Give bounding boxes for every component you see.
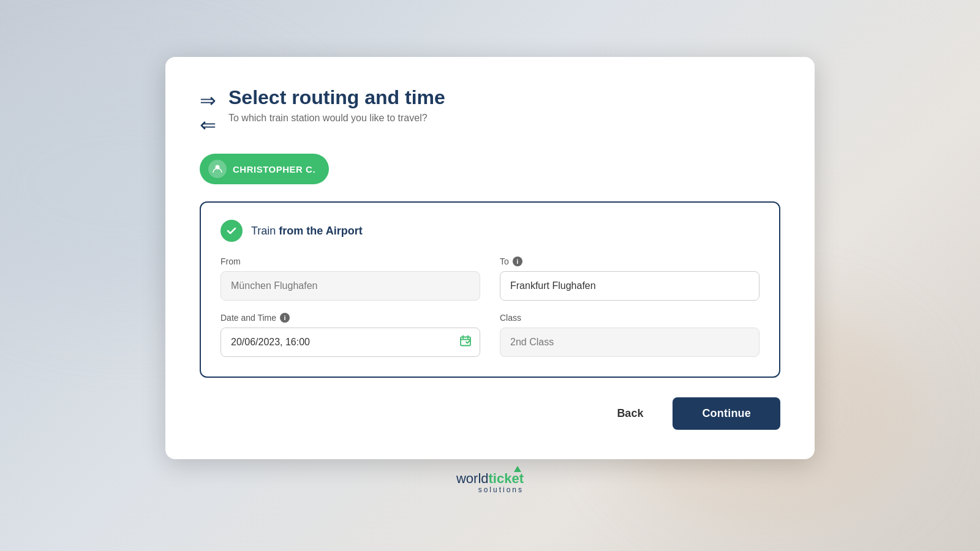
from-label: From (221, 257, 480, 266)
class-label: Class (500, 313, 760, 323)
user-name: CHRISTOPHER C. (233, 164, 315, 174)
header-text-block: Select routing and time To which train s… (228, 86, 445, 124)
calendar-icon[interactable] (459, 335, 472, 350)
datetime-input[interactable] (221, 328, 480, 357)
from-field-group: From (221, 257, 480, 301)
continue-button[interactable]: Continue (673, 397, 780, 430)
card-header: Train from the Airport (221, 220, 760, 242)
user-icon (208, 160, 227, 178)
datetime-info-icon[interactable]: i (280, 313, 290, 323)
from-input[interactable] (221, 271, 480, 301)
to-info-icon[interactable]: i (513, 257, 522, 266)
brand-triangle-icon (514, 466, 521, 472)
datetime-field-group: Date and Time i (221, 313, 480, 357)
class-input[interactable] (500, 328, 760, 357)
card-title: Train from the Airport (251, 225, 363, 238)
datetime-label: Date and Time i (221, 313, 480, 323)
page-title: Select routing and time (228, 86, 445, 109)
routing-arrows-icon: ⇒ ⇒ (200, 89, 216, 137)
class-field-group: Class (500, 313, 760, 357)
back-button[interactable]: Back (602, 399, 658, 429)
main-modal: ⇒ ⇒ Select routing and time To which tra… (165, 57, 815, 460)
user-pill[interactable]: CHRISTOPHER C. (200, 154, 329, 184)
routing-card: Train from the Airport From To i (200, 201, 780, 378)
form-grid: From To i Date and Time i (221, 257, 760, 357)
check-circle-icon (221, 220, 243, 242)
to-label: To i (500, 257, 760, 266)
page-subtitle: To which train station would you like to… (228, 113, 445, 124)
to-field-group: To i (500, 257, 760, 301)
modal-header: ⇒ ⇒ Select routing and time To which tra… (200, 86, 780, 137)
footer: Back Continue (200, 397, 780, 430)
brand-logo: worldticket solutions (456, 471, 524, 494)
datetime-wrapper (221, 328, 480, 357)
to-input[interactable] (500, 271, 760, 301)
brand-solutions: solutions (456, 485, 524, 494)
